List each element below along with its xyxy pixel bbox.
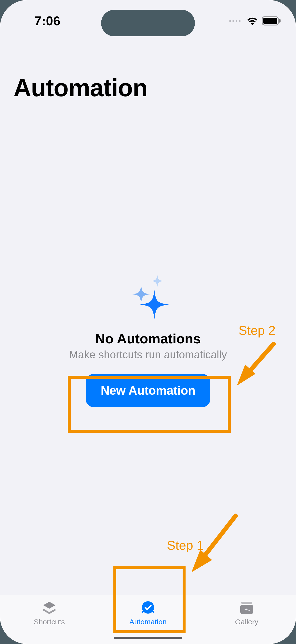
svg-line-8 xyxy=(201,516,236,560)
gallery-icon xyxy=(239,600,254,615)
home-indicator xyxy=(114,637,182,639)
svg-rect-4 xyxy=(241,602,252,604)
cellular-dots-icon xyxy=(229,20,241,22)
status-time: 7:06 xyxy=(15,8,60,28)
arrow-icon xyxy=(187,511,241,575)
status-right xyxy=(229,11,281,26)
wifi-icon xyxy=(247,16,258,25)
battery-icon xyxy=(262,16,281,26)
tab-shortcuts-label: Shortcuts xyxy=(34,618,65,626)
empty-state-title: No Automations xyxy=(95,330,201,346)
page-title: Automation xyxy=(13,74,147,102)
annotation-label-step1: Step 1 xyxy=(167,538,204,553)
tab-gallery[interactable]: Gallery xyxy=(215,600,279,626)
tab-shortcuts[interactable]: Shortcuts xyxy=(17,600,81,626)
svg-marker-9 xyxy=(191,550,212,572)
tab-automation[interactable]: Automation xyxy=(116,600,180,626)
dynamic-island xyxy=(101,10,195,36)
new-automation-button[interactable]: New Automation xyxy=(86,374,210,407)
phone-screen: 7:06 xyxy=(0,0,296,644)
tab-gallery-label: Gallery xyxy=(235,618,258,626)
svg-rect-2 xyxy=(279,19,281,22)
empty-state: No Automations Make shortcuts run automa… xyxy=(0,273,296,407)
sparkle-icon xyxy=(126,273,170,322)
device-frame: 7:06 xyxy=(0,0,296,644)
tab-automation-label: Automation xyxy=(129,618,167,626)
shortcuts-icon xyxy=(42,600,57,615)
empty-state-subtitle: Make shortcuts run automatically xyxy=(69,348,227,361)
automation-icon xyxy=(141,600,155,615)
svg-rect-1 xyxy=(263,18,277,24)
